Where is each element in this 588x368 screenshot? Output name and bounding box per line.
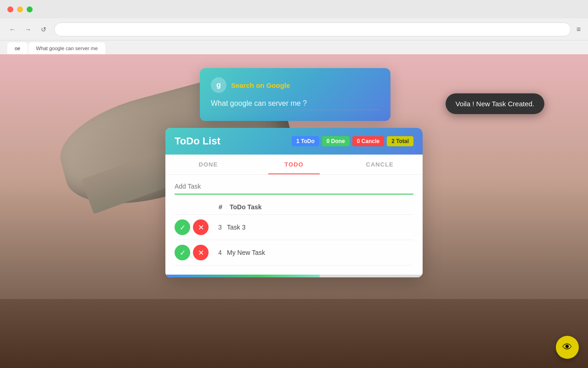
google-icon: g [211, 77, 226, 93]
table-col-task: ToDo Task [230, 203, 262, 211]
badge-done: 0 Done [322, 136, 350, 146]
search-card: g Search on Google What google can serve… [200, 68, 390, 121]
task-num-1: 3 [213, 224, 227, 231]
traffic-light-close[interactable] [7, 6, 13, 12]
done-button-2[interactable]: ✓ [175, 245, 190, 260]
badge-todo: 1 ToDo [292, 136, 319, 146]
main-content: g Search on Google What google can serve… [0, 54, 588, 368]
table-row: ✓ ✕ 3 Task 3 [175, 215, 413, 240]
table-row: ✓ ✕ 4 My New Task [175, 240, 413, 265]
toast-notification: Voila ! New Task Created. [446, 93, 544, 114]
traffic-light-fullscreen[interactable] [27, 6, 33, 12]
eye-button[interactable]: 👁 [556, 336, 579, 359]
task-actions-1: ✓ ✕ [175, 219, 209, 235]
progress-bar-fill [165, 275, 320, 277]
browserbar: ← → ↺ ≡ [0, 18, 588, 40]
back-button[interactable]: ← [7, 24, 17, 34]
table-col-hash: # [211, 203, 230, 211]
cancel-button-1[interactable]: ✕ [193, 219, 209, 235]
titlebar [0, 0, 588, 18]
badge-cancle: 0 Cancle [352, 136, 384, 146]
todo-header: ToDo List 1 ToDo 0 Done 0 Cancle 2 Total [165, 128, 423, 155]
task-name-1: Task 3 [227, 224, 245, 231]
browser-tabs: oe What google can server me [0, 40, 588, 54]
search-on-google-label: Search on Google [231, 81, 290, 89]
progress-bar-container [165, 275, 423, 277]
todo-badges: 1 ToDo 0 Done 0 Cancle 2 Total [292, 136, 413, 146]
todo-card: ToDo List 1 ToDo 0 Done 0 Cancle 2 Total… [165, 128, 423, 277]
task-table: # ToDo Task ✓ ✕ 3 Task 3 ✓ ✕ 4 My New Ta [165, 198, 423, 275]
menu-icon[interactable]: ≡ [577, 25, 581, 34]
todo-title: ToDo List [175, 135, 220, 147]
search-card-header: g Search on Google [211, 77, 379, 93]
tab-done[interactable]: DONE [165, 155, 251, 174]
done-button-1[interactable]: ✓ [175, 219, 190, 235]
forward-button[interactable]: → [23, 24, 33, 34]
address-bar[interactable] [54, 23, 571, 36]
task-name-2: My New Task [227, 249, 265, 256]
tab-todo[interactable]: TODO [251, 155, 337, 174]
traffic-light-minimize[interactable] [17, 6, 23, 12]
tab-cancle[interactable]: CANCLE [337, 155, 423, 174]
browser-tab-2[interactable]: What google can server me [28, 42, 105, 54]
refresh-button[interactable]: ↺ [39, 24, 49, 34]
badge-total: 2 Total [387, 136, 413, 146]
add-task-area [165, 175, 423, 198]
task-actions-2: ✓ ✕ [175, 245, 209, 260]
cancel-button-2[interactable]: ✕ [193, 245, 209, 260]
search-query: What google can server me ? [211, 99, 379, 110]
task-table-header: # ToDo Task [175, 198, 413, 215]
todo-tabs: DONE TODO CANCLE [165, 155, 423, 175]
browser-tab-1[interactable]: oe [7, 42, 28, 54]
task-num-2: 4 [213, 249, 227, 256]
ground [0, 299, 588, 368]
add-task-input[interactable] [175, 183, 413, 195]
